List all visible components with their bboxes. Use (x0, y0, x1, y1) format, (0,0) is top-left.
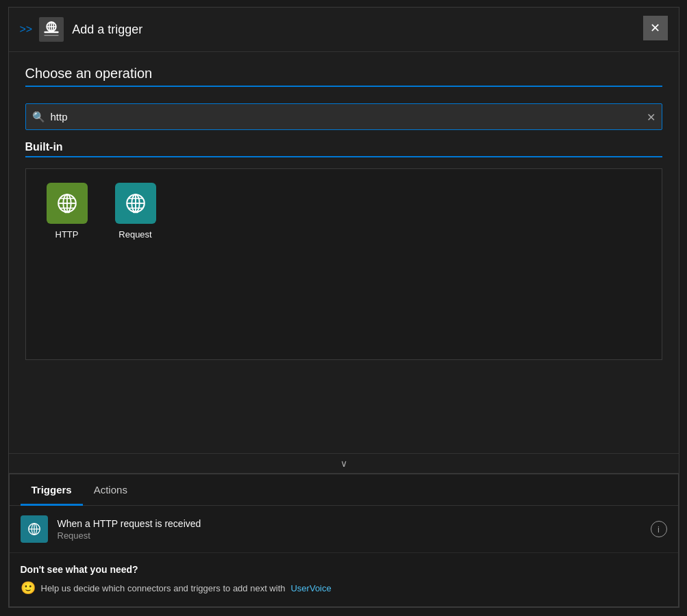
request-icon (115, 183, 156, 224)
bottom-panel: Triggers Actions When a HTTP request is … (9, 474, 679, 607)
main-panel: >> Add a trigger ✕ Choose an operation 🔍… (8, 7, 679, 608)
collapse-row[interactable]: ∨ (9, 453, 679, 474)
built-in-grid: HTTP Request (25, 168, 662, 360)
tab-triggers[interactable]: Triggers (21, 474, 83, 506)
help-section: Don't see what you need? 🙂 Help us decid… (10, 553, 678, 606)
header-title: Add a trigger (72, 23, 142, 37)
svg-rect-1 (45, 35, 59, 36)
search-icon: 🔍 (32, 111, 45, 123)
content-area: Choose an operation 🔍 ✕ Built-in (9, 52, 679, 453)
chevron-icon[interactable]: >> (20, 23, 33, 36)
connector-http[interactable]: HTTP (40, 183, 95, 240)
search-container: 🔍 ✕ (25, 103, 662, 130)
trigger-item-text: When a HTTP request is received Request (58, 518, 651, 541)
tabs-row: Triggers Actions (10, 474, 678, 506)
trigger-item-name: When a HTTP request is received (58, 518, 651, 529)
search-input[interactable] (25, 103, 662, 130)
choose-operation-title: Choose an operation (25, 66, 662, 87)
info-icon[interactable]: i (651, 521, 667, 537)
help-title: Don't see what you need? (21, 564, 667, 575)
trigger-item-icon (21, 515, 48, 543)
connector-request[interactable]: Request (108, 183, 163, 240)
trigger-item-sub: Request (58, 530, 651, 541)
trigger-list-item[interactable]: When a HTTP request is received Request … (10, 506, 678, 553)
help-text: 🙂 Help us decide which connectors and tr… (21, 580, 667, 595)
svg-rect-12 (64, 211, 70, 213)
built-in-label: Built-in (25, 141, 662, 157)
http-connector-label: HTTP (55, 229, 79, 240)
tab-actions[interactable]: Actions (83, 474, 138, 506)
svg-rect-19 (132, 211, 138, 213)
trigger-icon-box (39, 17, 64, 42)
http-icon (47, 183, 88, 224)
trigger-icon (40, 18, 62, 40)
smiley-icon: 🙂 (21, 580, 36, 595)
request-connector-label: Request (118, 229, 151, 240)
uservoice-link[interactable]: UserVoice (290, 583, 331, 593)
header: >> Add a trigger ✕ (9, 8, 679, 52)
collapse-icon: ∨ (340, 458, 347, 469)
close-button[interactable]: ✕ (643, 16, 668, 40)
help-description: Help us decide which connectors and trig… (41, 583, 286, 593)
search-clear-button[interactable]: ✕ (647, 110, 655, 123)
